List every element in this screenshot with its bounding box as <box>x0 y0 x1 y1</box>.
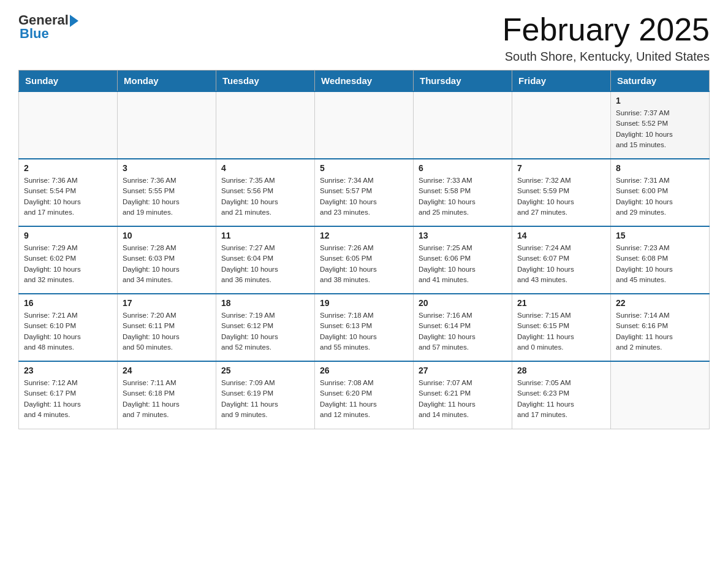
day-number: 19 <box>320 298 408 308</box>
calendar-day-17: 17Sunrise: 7:20 AMSunset: 6:11 PMDayligh… <box>118 294 216 361</box>
day-sun-info: Sunrise: 7:34 AMSunset: 5:57 PMDaylight:… <box>320 175 408 218</box>
day-number: 27 <box>419 366 507 375</box>
day-sun-info: Sunrise: 7:25 AMSunset: 6:06 PMDaylight:… <box>419 243 507 285</box>
day-sun-info: Sunrise: 7:35 AMSunset: 5:56 PMDaylight:… <box>221 175 309 218</box>
day-sun-info: Sunrise: 7:23 AMSunset: 6:08 PMDaylight:… <box>616 243 704 285</box>
calendar-day-23: 23Sunrise: 7:12 AMSunset: 6:17 PMDayligh… <box>19 361 118 429</box>
day-sun-info: Sunrise: 7:08 AMSunset: 6:20 PMDaylight:… <box>320 378 408 420</box>
day-number: 1 <box>616 96 704 105</box>
day-number: 16 <box>24 298 112 308</box>
calendar-day-24: 24Sunrise: 7:11 AMSunset: 6:18 PMDayligh… <box>118 361 216 429</box>
day-sun-info: Sunrise: 7:18 AMSunset: 6:13 PMDaylight:… <box>320 310 408 353</box>
calendar-week-row: 16Sunrise: 7:21 AMSunset: 6:10 PMDayligh… <box>19 294 710 361</box>
calendar-empty-cell <box>216 91 315 159</box>
day-number: 6 <box>419 163 507 173</box>
day-number: 25 <box>221 366 309 375</box>
calendar-week-row: 2Sunrise: 7:36 AMSunset: 5:54 PMDaylight… <box>19 159 710 226</box>
day-sun-info: Sunrise: 7:20 AMSunset: 6:11 PMDaylight:… <box>123 310 211 353</box>
day-number: 10 <box>123 231 211 240</box>
day-sun-info: Sunrise: 7:16 AMSunset: 6:14 PMDaylight:… <box>419 310 507 353</box>
day-sun-info: Sunrise: 7:36 AMSunset: 5:55 PMDaylight:… <box>123 175 211 218</box>
day-number: 20 <box>419 298 507 308</box>
day-sun-info: Sunrise: 7:21 AMSunset: 6:10 PMDaylight:… <box>24 310 112 353</box>
calendar-day-8: 8Sunrise: 7:31 AMSunset: 6:00 PMDaylight… <box>611 159 710 226</box>
calendar-day-3: 3Sunrise: 7:36 AMSunset: 5:55 PMDaylight… <box>118 159 216 226</box>
calendar-day-11: 11Sunrise: 7:27 AMSunset: 6:04 PMDayligh… <box>216 226 315 294</box>
calendar-day-18: 18Sunrise: 7:19 AMSunset: 6:12 PMDayligh… <box>216 294 315 361</box>
calendar-day-21: 21Sunrise: 7:15 AMSunset: 6:15 PMDayligh… <box>512 294 611 361</box>
day-number: 2 <box>24 163 112 173</box>
day-number: 17 <box>123 298 211 308</box>
day-sun-info: Sunrise: 7:26 AMSunset: 6:05 PMDaylight:… <box>320 243 408 285</box>
calendar-day-10: 10Sunrise: 7:28 AMSunset: 6:03 PMDayligh… <box>118 226 216 294</box>
calendar-day-19: 19Sunrise: 7:18 AMSunset: 6:13 PMDayligh… <box>315 294 414 361</box>
day-sun-info: Sunrise: 7:11 AMSunset: 6:18 PMDaylight:… <box>123 378 211 420</box>
day-number: 21 <box>517 298 605 308</box>
logo-blue-text: Blue <box>20 26 49 42</box>
calendar-day-4: 4Sunrise: 7:35 AMSunset: 5:56 PMDaylight… <box>216 159 315 226</box>
day-sun-info: Sunrise: 7:33 AMSunset: 5:58 PMDaylight:… <box>419 175 507 218</box>
calendar-day-13: 13Sunrise: 7:25 AMSunset: 6:06 PMDayligh… <box>414 226 512 294</box>
calendar-day-9: 9Sunrise: 7:29 AMSunset: 6:02 PMDaylight… <box>19 226 118 294</box>
day-number: 26 <box>320 366 408 375</box>
calendar-day-25: 25Sunrise: 7:09 AMSunset: 6:19 PMDayligh… <box>216 361 315 429</box>
day-number: 28 <box>517 366 605 375</box>
day-sun-info: Sunrise: 7:07 AMSunset: 6:21 PMDaylight:… <box>419 378 507 420</box>
calendar-week-row: 1Sunrise: 7:37 AMSunset: 5:52 PMDaylight… <box>19 91 710 159</box>
day-sun-info: Sunrise: 7:27 AMSunset: 6:04 PMDaylight:… <box>221 243 309 285</box>
calendar-day-2: 2Sunrise: 7:36 AMSunset: 5:54 PMDaylight… <box>19 159 118 226</box>
day-sun-info: Sunrise: 7:29 AMSunset: 6:02 PMDaylight:… <box>24 243 112 285</box>
day-number: 13 <box>419 231 507 240</box>
weekday-header-friday: Friday <box>512 71 611 92</box>
weekday-header-monday: Monday <box>118 71 216 92</box>
day-number: 4 <box>221 163 309 173</box>
day-number: 12 <box>320 231 408 240</box>
day-number: 3 <box>123 163 211 173</box>
day-number: 8 <box>616 163 704 173</box>
calendar-day-14: 14Sunrise: 7:24 AMSunset: 6:07 PMDayligh… <box>512 226 611 294</box>
title-block: February 2025 South Shore, Kentucky, Uni… <box>502 12 710 64</box>
day-sun-info: Sunrise: 7:12 AMSunset: 6:17 PMDaylight:… <box>24 378 112 420</box>
calendar-week-row: 23Sunrise: 7:12 AMSunset: 6:17 PMDayligh… <box>19 361 710 429</box>
day-number: 24 <box>123 366 211 375</box>
weekday-header-wednesday: Wednesday <box>315 71 414 92</box>
calendar-empty-cell <box>512 91 611 159</box>
day-sun-info: Sunrise: 7:19 AMSunset: 6:12 PMDaylight:… <box>221 310 309 353</box>
day-number: 5 <box>320 163 408 173</box>
calendar-day-22: 22Sunrise: 7:14 AMSunset: 6:16 PMDayligh… <box>611 294 710 361</box>
calendar-day-15: 15Sunrise: 7:23 AMSunset: 6:08 PMDayligh… <box>611 226 710 294</box>
weekday-header-row: SundayMondayTuesdayWednesdayThursdayFrid… <box>19 71 710 92</box>
day-number: 7 <box>517 163 605 173</box>
calendar-empty-cell <box>414 91 512 159</box>
day-sun-info: Sunrise: 7:37 AMSunset: 5:52 PMDaylight:… <box>616 108 704 150</box>
calendar-empty-cell <box>19 91 118 159</box>
day-sun-info: Sunrise: 7:36 AMSunset: 5:54 PMDaylight:… <box>24 175 112 218</box>
calendar-day-6: 6Sunrise: 7:33 AMSunset: 5:58 PMDaylight… <box>414 159 512 226</box>
logo-arrow-icon <box>70 15 78 27</box>
day-sun-info: Sunrise: 7:31 AMSunset: 6:00 PMDaylight:… <box>616 175 704 218</box>
calendar-day-5: 5Sunrise: 7:34 AMSunset: 5:57 PMDaylight… <box>315 159 414 226</box>
day-sun-info: Sunrise: 7:05 AMSunset: 6:23 PMDaylight:… <box>517 378 605 420</box>
day-number: 22 <box>616 298 704 308</box>
month-year-title: February 2025 <box>502 12 710 47</box>
calendar-week-row: 9Sunrise: 7:29 AMSunset: 6:02 PMDaylight… <box>19 226 710 294</box>
day-sun-info: Sunrise: 7:28 AMSunset: 6:03 PMDaylight:… <box>123 243 211 285</box>
weekday-header-sunday: Sunday <box>19 71 118 92</box>
calendar-empty-cell <box>315 91 414 159</box>
day-number: 11 <box>221 231 309 240</box>
day-number: 14 <box>517 231 605 240</box>
calendar-day-1: 1Sunrise: 7:37 AMSunset: 5:52 PMDaylight… <box>611 91 710 159</box>
calendar-day-7: 7Sunrise: 7:32 AMSunset: 5:59 PMDaylight… <box>512 159 611 226</box>
calendar-day-27: 27Sunrise: 7:07 AMSunset: 6:21 PMDayligh… <box>414 361 512 429</box>
day-sun-info: Sunrise: 7:15 AMSunset: 6:15 PMDaylight:… <box>517 310 605 353</box>
calendar-day-20: 20Sunrise: 7:16 AMSunset: 6:14 PMDayligh… <box>414 294 512 361</box>
calendar-day-12: 12Sunrise: 7:26 AMSunset: 6:05 PMDayligh… <box>315 226 414 294</box>
day-number: 23 <box>24 366 112 375</box>
weekday-header-tuesday: Tuesday <box>216 71 315 92</box>
day-sun-info: Sunrise: 7:24 AMSunset: 6:07 PMDaylight:… <box>517 243 605 285</box>
day-number: 9 <box>24 231 112 240</box>
day-sun-info: Sunrise: 7:09 AMSunset: 6:19 PMDaylight:… <box>221 378 309 420</box>
calendar-empty-cell <box>611 361 710 429</box>
calendar-table: SundayMondayTuesdayWednesdayThursdayFrid… <box>18 70 710 429</box>
calendar-day-16: 16Sunrise: 7:21 AMSunset: 6:10 PMDayligh… <box>19 294 118 361</box>
